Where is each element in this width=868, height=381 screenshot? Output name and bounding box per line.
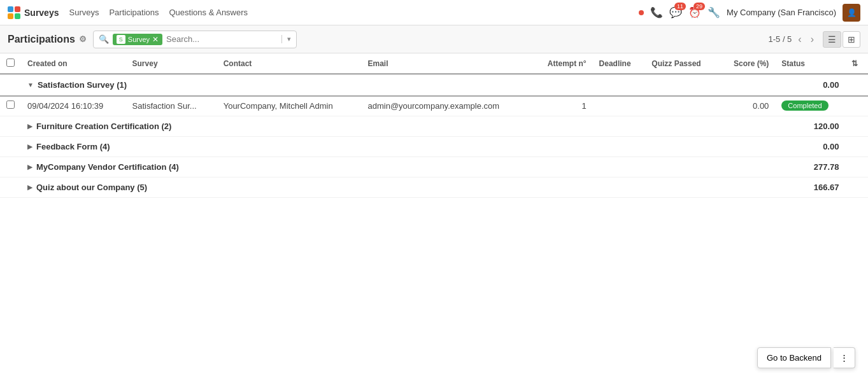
app-logo[interactable]: Surveys xyxy=(8,6,59,19)
user-avatar[interactable]: 👤 xyxy=(843,4,860,22)
header-score[interactable]: Score (%) xyxy=(718,53,775,74)
group-label-text: MyCompany Vendor Certification (4) xyxy=(36,162,179,172)
logo-icon xyxy=(8,6,20,19)
group-actions-col xyxy=(845,116,868,137)
header-settings[interactable]: ⇅ xyxy=(845,53,868,74)
group-chevron-icon[interactable]: ▶ xyxy=(27,143,32,150)
table-group-row[interactable]: ▶ Furniture Creation Certification (2) 1… xyxy=(0,116,868,137)
header-attempt[interactable]: Attempt n° xyxy=(532,53,592,74)
pagination-prev-btn[interactable]: ‹ xyxy=(795,32,804,46)
activity-icon[interactable]: ⏰ 29 xyxy=(688,6,701,18)
chat-icon[interactable]: 💬 11 xyxy=(669,6,682,18)
header-quizz-passed[interactable]: Quizz Passed xyxy=(645,53,718,74)
list-view-btn[interactable]: ☰ xyxy=(823,31,841,48)
group-checkbox-col xyxy=(0,74,21,95)
row-checkbox[interactable] xyxy=(0,95,21,116)
group-score: 166.67 xyxy=(775,177,845,198)
group-label-text: Satisfaction Survey (1) xyxy=(38,80,127,90)
header-created-on[interactable]: Created on xyxy=(21,53,126,74)
search-dropdown-icon[interactable]: ▾ xyxy=(281,35,291,43)
header-status[interactable]: Status xyxy=(775,53,845,74)
group-actions-col xyxy=(845,137,868,157)
search-tag-survey[interactable]: S Survey ✕ xyxy=(113,34,162,45)
table-group-row[interactable]: ▶ Quiz about our Company (5) 166.67 xyxy=(0,177,868,198)
group-chevron-icon[interactable]: ▶ xyxy=(27,184,32,191)
nav-participations[interactable]: Participations xyxy=(109,8,159,17)
group-checkbox-col xyxy=(0,177,21,198)
header-email[interactable]: Email xyxy=(361,53,532,74)
row-actions-col xyxy=(845,95,868,116)
group-label-cell[interactable]: ▶ Feedback Form (4) xyxy=(21,137,775,157)
group-score: 120.00 xyxy=(775,116,845,137)
group-chevron-icon[interactable]: ▶ xyxy=(27,163,32,170)
group-label-text: Feedback Form (4) xyxy=(36,142,110,151)
search-input[interactable] xyxy=(166,34,278,44)
group-label-cell[interactable]: ▶ MyCompany Vendor Certification (4) xyxy=(21,157,775,177)
chat-badge: 11 xyxy=(674,3,686,10)
page-title-container: Participations ⚙ xyxy=(8,34,87,45)
top-nav: Surveys Surveys Participations Questions… xyxy=(0,0,868,25)
search-tag-icon: S xyxy=(117,35,125,44)
group-label-cell[interactable]: ▶ Furniture Creation Certification (2) xyxy=(21,116,775,137)
select-all-checkbox[interactable] xyxy=(6,59,15,67)
column-view-btn[interactable]: ⊞ xyxy=(843,31,860,48)
row-contact[interactable]: YourCompany, Mitchell Admin xyxy=(217,95,362,116)
group-checkbox-col xyxy=(0,157,21,177)
table-row[interactable]: 09/04/2024 16:10:39 Satisfaction Sur... … xyxy=(0,95,868,116)
group-label-text: Furniture Creation Certification (2) xyxy=(36,121,171,131)
search-bar: 🔍 S Survey ✕ ▾ xyxy=(93,31,297,48)
second-bar: Participations ⚙ 🔍 S Survey ✕ ▾ 1-5 / 5 … xyxy=(0,25,868,53)
nav-surveys[interactable]: Surveys xyxy=(69,8,99,17)
table-group-row[interactable]: ▶ Feedback Form (4) 0.00 xyxy=(0,137,868,157)
page-settings-icon[interactable]: ⚙ xyxy=(79,34,87,44)
group-checkbox-col xyxy=(0,137,21,157)
group-checkbox-col xyxy=(0,116,21,137)
group-chevron-icon[interactable]: ▶ xyxy=(27,123,32,130)
phone-icon[interactable]: 📞 xyxy=(650,6,663,18)
nav-links: Surveys Participations Questions & Answe… xyxy=(69,8,248,17)
row-score: 0.00 xyxy=(718,95,775,116)
table-group-row[interactable]: ▶ MyCompany Vendor Certification (4) 277… xyxy=(0,157,868,177)
pagination-next-btn[interactable]: › xyxy=(808,32,816,46)
row-status: Completed xyxy=(775,95,845,116)
header-survey[interactable]: Survey xyxy=(126,53,217,74)
app-title: Surveys xyxy=(24,8,59,18)
nav-questions-answers[interactable]: Questions & Answers xyxy=(169,8,248,17)
status-dot-icon xyxy=(639,10,644,15)
table-group-row[interactable]: ▼ Satisfaction Survey (1) 0.00 xyxy=(0,74,868,95)
nav-right: 📞 💬 11 ⏰ 29 🔧 My Company (San Francisco)… xyxy=(639,4,860,22)
row-survey[interactable]: Satisfaction Sur... xyxy=(126,95,217,116)
group-label-cell[interactable]: ▼ Satisfaction Survey (1) xyxy=(21,74,775,95)
status-badge: Completed xyxy=(781,100,828,111)
pagination-text: 1-5 / 5 xyxy=(768,34,792,44)
row-created-on: 09/04/2024 16:10:39 xyxy=(21,95,126,116)
row-attempt: 1 xyxy=(532,95,592,116)
header-checkbox-col[interactable] xyxy=(0,53,21,74)
header-deadline[interactable]: Deadline xyxy=(593,53,646,74)
activity-badge: 29 xyxy=(694,3,705,10)
settings-icon[interactable]: 🔧 xyxy=(708,6,720,18)
pagination: 1-5 / 5 ‹ › xyxy=(768,32,816,46)
search-tag-label: Survey xyxy=(128,36,150,43)
group-score: 0.00 xyxy=(775,137,845,157)
row-quizz-passed xyxy=(645,95,718,116)
table-header-row: Created on Survey Contact Email Attempt … xyxy=(0,53,868,74)
page-title-text: Participations xyxy=(8,34,75,45)
group-actions-col xyxy=(845,157,868,177)
group-actions-col xyxy=(845,74,868,95)
search-icon: 🔍 xyxy=(99,34,109,44)
search-tag-close-icon[interactable]: ✕ xyxy=(152,35,159,44)
group-score: 0.00 xyxy=(775,74,845,95)
row-email: admin@yourcompany.example.com xyxy=(361,95,532,116)
group-score: 277.78 xyxy=(775,157,845,177)
row-select-checkbox[interactable] xyxy=(6,100,15,109)
company-name: My Company (San Francisco) xyxy=(727,8,836,17)
participations-table: Created on Survey Contact Email Attempt … xyxy=(0,53,868,198)
group-chevron-icon[interactable]: ▼ xyxy=(27,81,34,88)
group-label-cell[interactable]: ▶ Quiz about our Company (5) xyxy=(21,177,775,198)
header-contact[interactable]: Contact xyxy=(217,53,362,74)
view-toggles: ☰ ⊞ xyxy=(823,31,860,48)
group-label-text: Quiz about our Company (5) xyxy=(36,183,147,192)
group-actions-col xyxy=(845,177,868,198)
row-deadline xyxy=(593,95,646,116)
